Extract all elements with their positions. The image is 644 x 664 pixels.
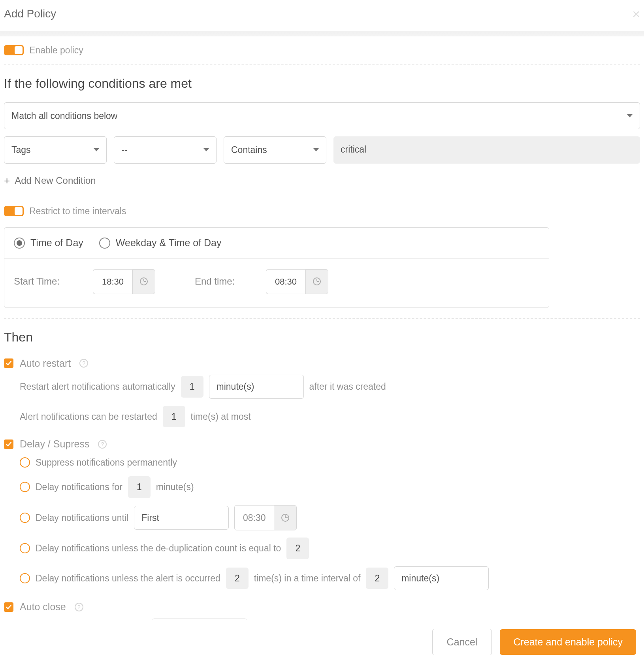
suppress-permanent-label: Suppress notifications permanently: [36, 456, 177, 470]
page-title: Add Policy: [4, 6, 56, 22]
radio-checked-icon: [14, 238, 25, 249]
start-time-clock-button[interactable]: [132, 269, 155, 294]
delay-occurred-text-1: Delay notifications unless the alert is …: [36, 572, 220, 585]
restart-text-2: after it was created: [309, 380, 386, 394]
end-time-clock-button[interactable]: [305, 269, 328, 294]
delay-occurred-unit-value: minute(s): [401, 573, 439, 583]
restart-max-input[interactable]: 1: [163, 406, 185, 428]
plus-icon: +: [4, 173, 10, 189]
cancel-button[interactable]: Cancel: [432, 629, 492, 655]
restart-delay-input[interactable]: 1: [181, 376, 203, 398]
help-icon[interactable]: ?: [79, 359, 88, 368]
delay-for-input[interactable]: 1: [128, 476, 151, 498]
start-time-label: Start Time:: [14, 274, 77, 289]
clock-icon: [140, 277, 148, 285]
add-condition-label: Add New Condition: [15, 174, 96, 188]
delay-occurred-radio[interactable]: [20, 573, 30, 583]
suppress-permanent-radio[interactable]: [20, 457, 30, 468]
check-icon: [6, 604, 12, 610]
clock-icon: [313, 277, 321, 285]
radio-unchecked-icon: [99, 238, 110, 249]
delay-suppress-label: Delay / Supress: [20, 437, 89, 452]
auto-restart-label: Auto restart: [20, 356, 71, 371]
restrict-time-toggle[interactable]: [4, 206, 24, 216]
delay-for-radio[interactable]: [20, 482, 30, 492]
match-mode-select[interactable]: Match all conditions below: [4, 102, 640, 130]
help-icon[interactable]: ?: [75, 603, 83, 611]
divider-bar: [0, 31, 644, 36]
enable-policy-label: Enable policy: [29, 43, 83, 57]
restart-unit-select[interactable]: minute(s): [209, 375, 304, 399]
conditions-heading: If the following conditions are met: [4, 74, 640, 93]
help-icon[interactable]: ?: [98, 440, 107, 449]
delay-suppress-checkbox[interactable]: [4, 440, 13, 449]
add-condition-button[interactable]: + Add New Condition: [4, 173, 640, 189]
delay-occurred-text-2: time(s) in a time interval of: [254, 572, 361, 585]
delay-until-clock-button[interactable]: [274, 505, 297, 531]
auto-restart-checkbox[interactable]: [4, 358, 13, 368]
delay-until-time-input[interactable]: 08:30: [234, 505, 274, 531]
chevron-down-icon: [203, 148, 209, 151]
condition-op1-select[interactable]: --: [114, 136, 217, 164]
delay-occurred-interval-input[interactable]: 2: [366, 568, 388, 589]
end-time-label: End time:: [195, 274, 250, 289]
divider: [4, 318, 640, 319]
weekday-time-radio[interactable]: Weekday & Time of Day: [99, 236, 222, 251]
delay-until-text: Delay notifications until: [36, 511, 128, 525]
condition-op2-value: Contains: [231, 143, 267, 157]
auto-close-checkbox[interactable]: [4, 602, 13, 612]
end-time-input[interactable]: 08:30: [266, 269, 305, 294]
delay-for-text-1: Delay notifications for: [36, 480, 122, 494]
condition-op1-value: --: [121, 143, 127, 157]
condition-field-select[interactable]: Tags: [4, 136, 107, 164]
delay-until-value: First: [141, 513, 159, 523]
then-heading: Then: [4, 328, 640, 347]
restart-text-4: time(s) at most: [191, 410, 251, 424]
restart-text-3: Alert notifications can be restarted: [20, 410, 157, 424]
delay-occurred-times-input[interactable]: 2: [226, 568, 249, 589]
weekday-time-label: Weekday & Time of Day: [116, 236, 222, 251]
delay-dedup-radio[interactable]: [20, 543, 30, 553]
chevron-down-icon: [627, 114, 633, 117]
enable-policy-toggle[interactable]: [4, 45, 24, 55]
delay-dedup-text: Delay notifications unless the de-duplic…: [36, 541, 281, 555]
auto-close-label: Auto close: [20, 600, 66, 615]
delay-occurred-unit-select[interactable]: minute(s): [394, 566, 489, 590]
time-interval-box: Time of Day Weekday & Time of Day Start …: [4, 227, 549, 308]
close-icon[interactable]: ×: [632, 7, 640, 21]
time-of-day-label: Time of Day: [30, 236, 83, 251]
restart-unit-value: minute(s): [217, 381, 254, 392]
time-of-day-radio[interactable]: Time of Day: [14, 236, 83, 251]
condition-value-input[interactable]: critical: [333, 136, 640, 164]
chevron-down-icon: [94, 148, 99, 151]
create-enable-policy-button[interactable]: Create and enable policy: [500, 629, 636, 655]
start-time-input[interactable]: 18:30: [93, 269, 132, 294]
restart-text-1: Restart alert notifications automaticall…: [20, 380, 175, 394]
delay-for-text-2: minute(s): [156, 480, 194, 494]
match-mode-value: Match all conditions below: [11, 109, 117, 123]
check-icon: [6, 360, 12, 366]
delay-until-radio[interactable]: [20, 513, 30, 523]
delay-until-select[interactable]: First: [134, 506, 229, 530]
check-icon: [6, 441, 12, 447]
condition-field-value: Tags: [11, 143, 31, 157]
restrict-time-label: Restrict to time intervals: [29, 204, 126, 218]
divider: [4, 64, 640, 65]
clock-icon: [281, 514, 289, 522]
condition-op2-select[interactable]: Contains: [224, 136, 326, 164]
chevron-down-icon: [313, 148, 319, 151]
delay-dedup-input[interactable]: 2: [286, 538, 309, 559]
